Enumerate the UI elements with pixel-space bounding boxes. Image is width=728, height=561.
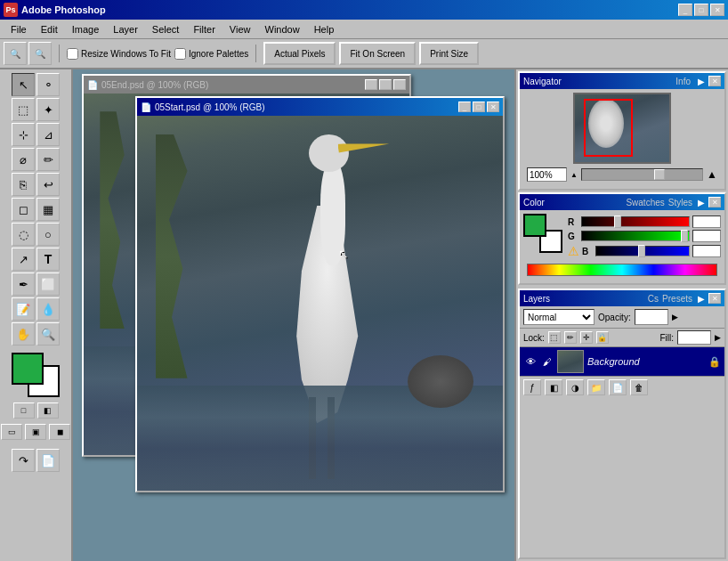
jump-to-imageready[interactable]: ↷ bbox=[12, 449, 35, 472]
zoom-out-btn[interactable]: 🔍 bbox=[4, 42, 27, 65]
print-size-button[interactable]: Print Size bbox=[419, 42, 479, 65]
blue-handle[interactable] bbox=[638, 245, 645, 257]
notes-tool[interactable]: 📝 bbox=[12, 297, 35, 321]
nav-red-box[interactable] bbox=[584, 99, 633, 157]
dropper-tool[interactable]: 💧 bbox=[36, 297, 60, 321]
hand-tool[interactable]: ✋ bbox=[12, 322, 35, 346]
doc-end-close[interactable]: ✕ bbox=[393, 79, 406, 90]
type-tool[interactable]: T bbox=[36, 248, 60, 271]
layer-delete-btn[interactable]: 🗑 bbox=[630, 379, 648, 395]
nav-panel-close[interactable]: ✕ bbox=[708, 76, 721, 86]
fit-on-screen-button[interactable]: Fit On Screen bbox=[339, 42, 416, 65]
move-tool[interactable]: ↖ bbox=[12, 73, 35, 96]
brush-tool[interactable]: ✏ bbox=[36, 148, 60, 171]
resize-windows-checkbox[interactable]: Resize Windows To Fit bbox=[67, 48, 171, 60]
path-tool[interactable]: ↗ bbox=[12, 248, 35, 271]
presets-tab[interactable]: Presets bbox=[662, 294, 692, 304]
minimize-button[interactable]: _ bbox=[678, 4, 692, 16]
marquee-tool[interactable]: ⬚ bbox=[12, 98, 35, 121]
layer-group-btn[interactable]: 📁 bbox=[587, 379, 605, 395]
lock-position-btn[interactable]: ✛ bbox=[580, 331, 593, 344]
shape-tool[interactable]: ⬜ bbox=[36, 272, 60, 296]
doc-start-minimize[interactable]: _ bbox=[458, 102, 471, 112]
history-tool[interactable]: ↩ bbox=[36, 173, 60, 196]
blend-mode-select[interactable]: Normal bbox=[523, 309, 595, 325]
g-value-input[interactable]: 253 bbox=[692, 230, 721, 242]
layers-expand-icon[interactable]: ▶ bbox=[698, 294, 705, 304]
close-button[interactable]: ✕ bbox=[710, 4, 724, 16]
lock-paint-btn[interactable]: ✏ bbox=[564, 331, 577, 344]
fill-input[interactable]: 100% bbox=[677, 330, 711, 345]
layer-styles-btn[interactable]: ƒ bbox=[523, 379, 541, 395]
red-handle[interactable] bbox=[614, 215, 621, 228]
eraser-tool[interactable]: ◻ bbox=[12, 198, 35, 221]
menu-filter[interactable]: Filter bbox=[186, 22, 222, 37]
menu-help[interactable]: Help bbox=[307, 22, 342, 37]
channels-tab[interactable]: Cs bbox=[648, 294, 659, 304]
pdf-btn[interactable]: 📄 bbox=[36, 449, 60, 472]
foreground-color-swatch[interactable] bbox=[12, 353, 44, 385]
color-panel-close[interactable]: ✕ bbox=[708, 197, 721, 207]
dodge-tool[interactable]: ○ bbox=[36, 223, 60, 246]
quick-mask-btn[interactable]: ◧ bbox=[37, 402, 59, 419]
doc-start-close[interactable]: ✕ bbox=[487, 102, 499, 112]
green-handle[interactable] bbox=[681, 230, 688, 242]
menu-layer[interactable]: Layer bbox=[106, 22, 145, 37]
layers-panel-close[interactable]: ✕ bbox=[708, 293, 721, 304]
fg-color-square[interactable] bbox=[523, 214, 546, 237]
doc-start-restore[interactable]: □ bbox=[473, 102, 485, 112]
doc-end-minimize[interactable]: _ bbox=[365, 79, 377, 90]
menu-select[interactable]: Select bbox=[145, 22, 187, 37]
styles-tab[interactable]: Styles bbox=[668, 198, 692, 207]
lock-transparent-btn[interactable]: ⬚ bbox=[548, 331, 561, 344]
r-value-input[interactable]: 84 bbox=[692, 215, 721, 228]
doc-end-titlebar[interactable]: 📄 05End.psd @ 100% (RGB) _ □ ✕ bbox=[84, 76, 409, 94]
nav-slider-thumb[interactable] bbox=[654, 169, 665, 180]
maximize-button[interactable]: □ bbox=[694, 4, 708, 16]
actual-pixels-button[interactable]: Actual Pixels bbox=[263, 42, 336, 65]
fullscreen-menu-btn[interactable]: ▣ bbox=[25, 424, 46, 440]
standard-mode-btn[interactable]: □ bbox=[13, 402, 35, 419]
healing-tool[interactable]: ⌀ bbox=[12, 148, 35, 171]
doc-window-start[interactable]: 📄 05Start.psd @ 100% (RGB) _ □ ✕ bbox=[135, 96, 505, 492]
menu-edit[interactable]: Edit bbox=[34, 22, 65, 37]
panel-expand-icon[interactable]: ▶ bbox=[698, 77, 705, 86]
menu-view[interactable]: View bbox=[222, 22, 258, 37]
swatches-tab[interactable]: Swatches bbox=[626, 198, 664, 207]
fullscreen-btn[interactable]: ◼ bbox=[49, 424, 70, 440]
fill-arrow[interactable]: ▶ bbox=[715, 333, 721, 342]
layer-adj-btn[interactable]: ◑ bbox=[566, 379, 584, 395]
blue-slider[interactable] bbox=[595, 246, 690, 256]
color-expand-icon[interactable]: ▶ bbox=[698, 198, 705, 207]
zoom-tool[interactable]: 🔍 bbox=[36, 322, 60, 346]
color-spectrum-bar[interactable] bbox=[527, 264, 717, 276]
wand-tool[interactable]: ✦ bbox=[36, 98, 60, 121]
layer-mask-btn[interactable]: ◧ bbox=[545, 379, 562, 395]
b-value-input[interactable]: 124 bbox=[692, 245, 721, 257]
opacity-arrow[interactable]: ▶ bbox=[672, 313, 678, 321]
crop-tool[interactable]: ⊹ bbox=[12, 123, 35, 146]
ignore-palettes-input[interactable] bbox=[174, 48, 186, 60]
nav-zoom-slider[interactable] bbox=[581, 168, 703, 181]
lock-all-btn[interactable]: 🔒 bbox=[596, 331, 609, 344]
pen-tool[interactable]: ✒ bbox=[12, 272, 35, 296]
info-tab[interactable]: Info bbox=[675, 77, 691, 86]
doc-start-titlebar[interactable]: 📄 05Start.psd @ 100% (RGB) _ □ ✕ bbox=[137, 98, 503, 116]
red-slider[interactable] bbox=[581, 216, 690, 227]
layer-new-btn[interactable]: 📄 bbox=[609, 379, 627, 395]
clone-tool[interactable]: ⎘ bbox=[12, 173, 35, 196]
blur-tool[interactable]: ◌ bbox=[12, 223, 35, 246]
standard-screen-btn[interactable]: ▭ bbox=[1, 424, 22, 440]
ignore-palettes-checkbox[interactable]: Ignore Palettes bbox=[174, 48, 248, 60]
slice-tool[interactable]: ⊿ bbox=[36, 123, 60, 146]
resize-windows-input[interactable] bbox=[67, 48, 78, 60]
menu-image[interactable]: Image bbox=[65, 22, 107, 37]
layer-visibility-eye[interactable]: 👁 bbox=[523, 354, 538, 369]
green-slider[interactable] bbox=[581, 231, 690, 241]
doc-end-maximize[interactable]: □ bbox=[379, 79, 392, 90]
nav-zoom-input[interactable] bbox=[527, 167, 567, 182]
zoom-in-btn[interactable]: 🔍 bbox=[28, 42, 52, 65]
opacity-input[interactable]: 100% bbox=[635, 309, 668, 325]
lasso-tool[interactable]: ⚬ bbox=[36, 73, 60, 96]
background-layer-row[interactable]: 👁 🖌 Background 🔒 bbox=[520, 347, 724, 376]
